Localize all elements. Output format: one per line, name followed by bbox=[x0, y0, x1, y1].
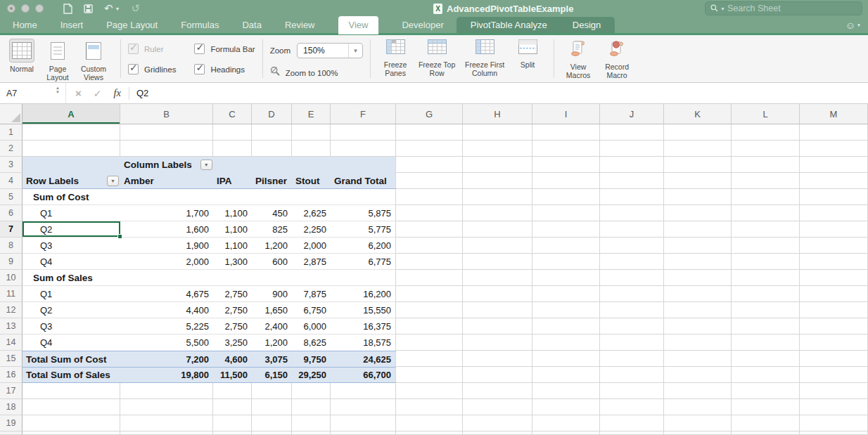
cell-B14[interactable]: 5,500 bbox=[120, 335, 213, 351]
cell-G4[interactable] bbox=[396, 173, 463, 189]
cell-H16[interactable] bbox=[463, 367, 532, 383]
cell-M16[interactable] bbox=[800, 367, 868, 383]
cell-G16[interactable] bbox=[396, 367, 463, 383]
cell-F13[interactable]: 16,375 bbox=[331, 318, 396, 335]
cell-M9[interactable] bbox=[800, 254, 868, 270]
view-macros-button[interactable]: View Macros bbox=[561, 35, 595, 82]
cell-partial-G[interactable] bbox=[396, 431, 463, 435]
cell-C4[interactable]: IPA bbox=[213, 173, 252, 189]
cell-K13[interactable] bbox=[664, 318, 732, 335]
column-header-E[interactable]: E bbox=[292, 104, 331, 124]
cell-L1[interactable] bbox=[732, 124, 800, 141]
tab-insert[interactable]: Insert bbox=[60, 17, 84, 33]
record-macro-button[interactable]: Record Macro bbox=[600, 35, 634, 82]
fill-handle[interactable] bbox=[117, 234, 122, 239]
zoom-window-button[interactable] bbox=[35, 4, 44, 13]
select-all-corner[interactable] bbox=[0, 104, 23, 124]
cell-E3[interactable] bbox=[292, 157, 331, 173]
cell-M13[interactable] bbox=[800, 318, 868, 335]
cell-F1[interactable] bbox=[331, 124, 396, 141]
column-header-H[interactable]: H bbox=[463, 104, 532, 124]
column-header-B[interactable]: B bbox=[120, 104, 213, 124]
cell-D18[interactable] bbox=[252, 399, 292, 415]
zoom-dropdown-arrow-icon[interactable]: ▼ bbox=[348, 44, 362, 58]
tab-data[interactable]: Data bbox=[242, 17, 261, 33]
cell-F15[interactable]: 24,625 bbox=[331, 351, 396, 367]
cell-C17[interactable] bbox=[213, 383, 252, 399]
name-box[interactable]: A7 ▲▼ bbox=[0, 83, 66, 103]
cell-D8[interactable]: 1,200 bbox=[252, 238, 292, 254]
cell-A14[interactable]: Q4 bbox=[23, 335, 120, 351]
cell-K3[interactable] bbox=[664, 157, 732, 173]
cell-H19[interactable] bbox=[463, 415, 532, 431]
cell-I9[interactable] bbox=[532, 254, 600, 270]
cell-partial-C[interactable] bbox=[213, 431, 252, 435]
cell-F4[interactable]: Grand Total bbox=[331, 173, 396, 189]
cell-H18[interactable] bbox=[463, 399, 532, 415]
cell-J6[interactable] bbox=[600, 205, 664, 221]
redo-icon[interactable]: ↺ bbox=[132, 2, 141, 15]
cell-E1[interactable] bbox=[292, 124, 331, 141]
cell-L17[interactable] bbox=[732, 383, 800, 399]
name-box-stepper[interactable]: ▲▼ bbox=[56, 86, 60, 94]
cell-J5[interactable] bbox=[600, 189, 664, 205]
cell-L4[interactable] bbox=[732, 173, 800, 189]
cell-G7[interactable] bbox=[396, 221, 463, 238]
cell-F19[interactable] bbox=[331, 415, 396, 431]
cell-E8[interactable]: 2,000 bbox=[292, 238, 331, 254]
feedback-smiley-button[interactable]: ☺▼ bbox=[845, 17, 861, 33]
cell-I1[interactable] bbox=[532, 124, 600, 141]
save-icon[interactable] bbox=[84, 4, 93, 13]
cell-L9[interactable] bbox=[732, 254, 800, 270]
cell-F9[interactable]: 6,775 bbox=[331, 254, 396, 270]
column-header-M[interactable]: M bbox=[800, 104, 868, 124]
cell-C8[interactable]: 1,100 bbox=[213, 238, 252, 254]
cell-E4[interactable]: Stout bbox=[292, 173, 331, 189]
headings-checkbox-box[interactable]: ✓ bbox=[194, 64, 205, 74]
cell-H15[interactable] bbox=[463, 351, 532, 367]
tab-review[interactable]: Review bbox=[285, 17, 315, 33]
cell-G17[interactable] bbox=[396, 383, 463, 399]
cell-D5[interactable] bbox=[252, 189, 292, 205]
cell-B4[interactable]: Amber bbox=[120, 173, 213, 189]
row-header-6[interactable]: 6 bbox=[0, 205, 23, 221]
cell-I3[interactable] bbox=[532, 157, 600, 173]
cell-M15[interactable] bbox=[800, 351, 868, 367]
cell-partial-E[interactable] bbox=[292, 431, 331, 435]
cell-E7[interactable]: 2,250 bbox=[292, 221, 331, 238]
cell-B3[interactable]: Column Labels▼ bbox=[120, 157, 213, 173]
tab-home[interactable]: Home bbox=[13, 17, 37, 33]
cell-D3[interactable] bbox=[252, 157, 292, 173]
cell-H13[interactable] bbox=[463, 318, 532, 335]
cell-K14[interactable] bbox=[664, 335, 732, 351]
tab-page-layout[interactable]: Page Layout bbox=[106, 17, 158, 33]
cell-C5[interactable] bbox=[213, 189, 252, 205]
cell-G8[interactable] bbox=[396, 238, 463, 254]
cell-M3[interactable] bbox=[800, 157, 868, 173]
cell-A4[interactable]: Row Labels▼ bbox=[23, 173, 120, 189]
cell-D14[interactable]: 1,200 bbox=[252, 335, 292, 351]
cell-G19[interactable] bbox=[396, 415, 463, 431]
cell-K17[interactable] bbox=[664, 383, 732, 399]
cell-G2[interactable] bbox=[396, 141, 463, 157]
cell-H8[interactable] bbox=[463, 238, 532, 254]
cell-A5[interactable]: Sum of Cost bbox=[23, 189, 120, 205]
cell-G5[interactable] bbox=[396, 189, 463, 205]
cell-D4[interactable]: Pilsner bbox=[252, 173, 292, 189]
cell-E10[interactable] bbox=[292, 270, 331, 286]
search-sheet-field[interactable]: ▼ Search Sheet bbox=[705, 1, 862, 15]
cell-I6[interactable] bbox=[532, 205, 600, 221]
cell-I12[interactable] bbox=[532, 302, 600, 318]
cell-H2[interactable] bbox=[463, 141, 532, 157]
cell-partial-B[interactable] bbox=[120, 431, 213, 435]
cell-I4[interactable] bbox=[532, 173, 600, 189]
cell-K11[interactable] bbox=[664, 286, 732, 302]
cell-J10[interactable] bbox=[600, 270, 664, 286]
cell-J15[interactable] bbox=[600, 351, 664, 367]
split-button[interactable]: Split bbox=[513, 35, 542, 82]
cell-F11[interactable]: 16,200 bbox=[331, 286, 396, 302]
cell-J16[interactable] bbox=[600, 367, 664, 383]
cell-K7[interactable] bbox=[664, 221, 732, 238]
column-header-A[interactable]: A bbox=[23, 104, 120, 124]
cell-C3[interactable] bbox=[213, 157, 252, 173]
